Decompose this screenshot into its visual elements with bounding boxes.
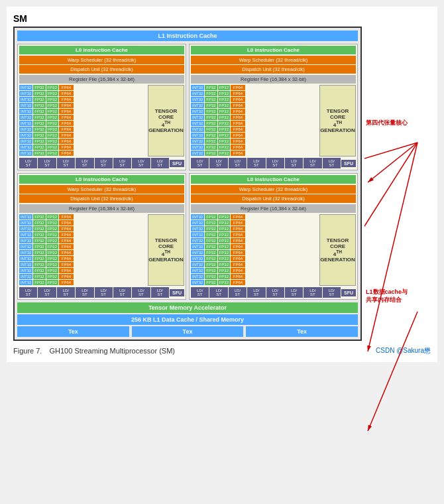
cell: FP64 [231,103,245,108]
cell: INT32 [19,232,32,237]
cell: FP32 [46,97,58,102]
cell: INT32 [191,139,204,144]
cell: FP32 [205,262,217,267]
page-container: SM L1 Instruction Cache L0 Instruction C… [7,7,437,362]
tensor-core-gen: 4TH GENERATION [148,120,184,134]
ld-st: LD/ST [19,158,37,168]
cell: FP64 [231,238,245,243]
bottom-row-bl: LD/ST LD/ST LD/ST LD/ST LD/ST LD/ST LD/S… [19,287,184,298]
cell: INT32 [191,232,204,237]
cell: INT32 [191,214,204,220]
sfu-bl: SFU [170,289,184,296]
cell: FP32 [33,244,45,249]
cell: FP64 [59,226,74,231]
tex-cell-1: Tex [17,326,129,337]
ld-st: LD/ST [229,158,247,168]
ld-st: LD/ST [285,158,303,168]
cell: FP32 [205,115,217,120]
cell: INT32 [191,109,204,114]
cell: FP32 [46,121,58,126]
cell: FP32 [46,103,58,108]
cell: FP64 [59,97,74,102]
top-quadrant-row: L0 Instruction Cache Warp Scheduler (32 … [17,44,358,170]
ld-st: LD/ST [19,287,37,298]
cell: FP32 [218,220,230,225]
cell: INT32 [191,151,204,156]
cell: FP32 [205,268,217,273]
cell: FP32 [218,151,230,156]
cell: FP32 [205,103,217,108]
cell: FP32 [218,91,230,96]
cell: FP32 [46,91,58,96]
tensor-core-label-tr: TENSOR CORE 4TH GENERATION [319,85,356,157]
cell: FP32 [205,214,217,220]
cell: FP64 [231,145,245,150]
cell: FP32 [33,238,45,243]
cell: FP32 [205,151,217,156]
cell: FP64 [59,85,74,90]
cell: FP32 [33,127,45,132]
cell: FP32 [218,232,230,237]
cell: FP32 [33,121,45,126]
ld-st: LD/ST [151,287,169,298]
cell: FP32 [33,85,45,90]
cell: FP64 [231,127,245,132]
cell: FP32 [46,220,58,225]
cell: INT32 [191,85,204,90]
cell: FP64 [231,91,245,96]
right-annotations: 第四代张量核心 L1数据cache与共享内存结合 [364,27,431,341]
cell: FP64 [231,244,245,249]
bottom-quadrant-row: L0 Instruction Cache Warp Scheduler (32 … [17,173,358,300]
cell: FP64 [59,214,74,220]
cell: FP64 [59,268,74,273]
l0-cache-tl: L0 Instruction Cache [19,46,184,54]
tensor-core-text: TENSOR CORE [150,108,182,120]
cell: FP32 [218,97,230,102]
ld-st: LD/ST [38,287,56,298]
compute-area-bl: INT32FP32FP32FP64 INT32FP32FP32FP64 INT3… [19,214,184,286]
cell: INT32 [19,244,32,249]
cell: INT32 [19,250,32,255]
bottom-row-tr: LD/ST LD/ST LD/ST LD/ST LD/ST LD/ST LD/S… [191,158,356,168]
cell: FP32 [46,115,58,120]
sfu-br: SFU [341,289,356,296]
cell: INT32 [19,85,32,90]
cell: FP32 [205,238,217,243]
cell: INT32 [191,127,204,132]
cell: INT32 [19,139,32,144]
cell: FP32 [46,226,58,231]
cell: FP64 [59,280,74,285]
cell: FP64 [59,145,74,150]
figure-description: GH100 Streaming Multiprocessor (SM) [49,347,175,355]
cell: FP32 [205,232,217,237]
cell: FP32 [46,262,58,267]
quadrant-bottom-right: L0 Instruction Cache Warp Scheduler (32 … [189,173,358,300]
cell: FP32 [33,151,45,156]
cell: INT32 [191,280,204,285]
cell: INT32 [191,97,204,102]
tensor-core-gen: 4TH GENERATION [148,249,184,263]
cell: FP32 [205,139,217,144]
ld-st: LD/ST [151,158,169,168]
annotation-tensor-core: 第四代张量核心 [366,119,408,127]
cell: INT32 [19,220,32,225]
cell: INT32 [19,115,32,120]
register-file-br: Register File (16,384 x 32-bit) [191,204,356,213]
ld-st: LD/ST [113,287,131,298]
compute-area-tr: INT32FP32FP32FP64 INT32FP32FP32FP64 INT3… [191,85,356,157]
cell: FP32 [205,97,217,102]
cell: FP32 [218,103,230,108]
dispatch-unit-tr: Dispatch Unit (32 thread/clk) [191,65,356,74]
cell: FP32 [218,226,230,231]
tex-row: Tex Tex Tex [17,326,358,337]
cell: INT32 [19,121,32,126]
svg-line-2 [368,143,417,351]
cell: FP32 [218,145,230,150]
cell: INT32 [191,145,204,150]
quadrant-top-left: L0 Instruction Cache Warp Scheduler (32 … [17,44,186,170]
cell: INT32 [191,268,204,273]
tensor-core-text: TENSOR CORE [321,108,354,120]
l1-instruction-cache: L1 Instruction Cache [17,31,358,41]
cell: INT32 [19,274,32,279]
cell: FP32 [205,127,217,132]
